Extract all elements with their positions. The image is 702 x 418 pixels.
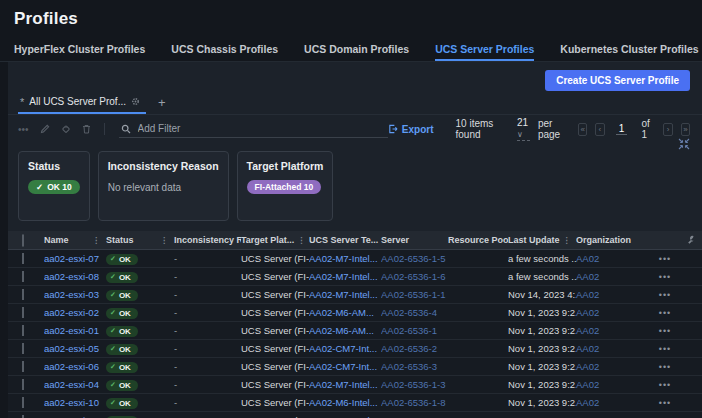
profile-name-link[interactable]: aa02-esxi-04 (44, 379, 99, 390)
row-checkbox[interactable] (22, 271, 24, 282)
profile-name-link[interactable]: aa02-esxi-05 (44, 343, 99, 354)
profile-name-link[interactable]: aa02-esxi-08 (44, 271, 99, 282)
profile-name-link[interactable]: aa02-esxi-02 (44, 307, 99, 318)
pagination-prev-button[interactable]: ‹ (595, 123, 604, 136)
organization-link[interactable]: AA02 (576, 343, 599, 354)
server-link[interactable]: AA02-6536-1-8 (381, 397, 445, 408)
pagination-current-page[interactable]: 1 (616, 123, 628, 135)
table-row: aa02-esxi-08 ✓OK - UCS Server (FI-... AA… (8, 268, 702, 286)
view-settings-gear-icon[interactable] (131, 97, 140, 106)
column-header[interactable]: Target Plat...⋮ (241, 235, 309, 245)
server-link[interactable]: AA02-6536-1 (381, 325, 437, 336)
column-header[interactable]: Inconsistency R... (174, 235, 241, 245)
tab-hyperflex-cluster-profiles[interactable]: HyperFlex Cluster Profiles (14, 43, 145, 61)
last-update-cell: a few seconds ... (508, 271, 576, 282)
row-actions-button[interactable]: ••• (650, 254, 680, 264)
add-filter-input[interactable] (138, 123, 386, 134)
organization-link[interactable]: AA02 (576, 253, 599, 264)
row-actions-button[interactable]: ••• (650, 272, 680, 282)
organization-link[interactable]: AA02 (576, 397, 599, 408)
server-link[interactable]: AA02-6536-1-5 (381, 253, 445, 264)
status-badge: ✓OK (106, 326, 138, 337)
organization-link[interactable]: AA02 (576, 271, 599, 282)
row-actions-button[interactable]: ••• (650, 380, 680, 390)
column-header[interactable]: Organization (576, 235, 650, 245)
tab-ucs-domain-profiles[interactable]: UCS Domain Profiles (304, 43, 409, 61)
tab-ucs-chassis-profiles[interactable]: UCS Chassis Profiles (171, 43, 278, 61)
row-actions-button[interactable]: ••• (650, 398, 680, 408)
ucs-server-template-link[interactable]: AA02-CM7-Int... (309, 361, 377, 372)
row-checkbox[interactable] (22, 397, 24, 408)
delete-icon[interactable] (82, 124, 91, 134)
column-menu-icon[interactable]: ⋮ (157, 236, 168, 245)
profile-name-link[interactable]: aa02-esxi-07 (44, 253, 99, 264)
organization-link[interactable]: AA02 (576, 307, 599, 318)
row-actions-button[interactable]: ••• (650, 308, 680, 318)
pagination-last-button[interactable]: » (681, 123, 690, 136)
export-button[interactable]: Export (388, 124, 434, 135)
ucs-server-template-link[interactable]: AA02-M7-Intel... (309, 379, 378, 390)
tab-kubernetes-cluster-profiles[interactable]: Kubernetes Cluster Profiles (560, 43, 698, 61)
row-checkbox[interactable] (22, 343, 24, 354)
row-checkbox[interactable] (22, 253, 24, 264)
organization-link[interactable]: AA02 (576, 289, 599, 300)
status-ok-pill[interactable]: ✓OK 10 (28, 180, 80, 194)
profile-name-link[interactable]: aa02-esxi-03 (44, 289, 99, 300)
saved-view-tabs: * All UCS Server Prof... + (8, 91, 702, 115)
server-link[interactable]: AA02-6536-2 (381, 343, 437, 354)
filter-bar[interactable] (119, 120, 388, 138)
row-actions-button[interactable]: ••• (650, 362, 680, 372)
tab-ucs-server-profiles[interactable]: UCS Server Profiles (435, 43, 534, 61)
select-all-checkbox[interactable] (22, 234, 24, 247)
tag-icon[interactable] (61, 124, 71, 134)
row-actions-button[interactable]: ••• (650, 326, 680, 336)
ucs-server-template-link[interactable]: AA02-M6-AM... (309, 307, 374, 318)
create-ucs-server-profile-button[interactable]: Create UCS Server Profile (545, 70, 690, 91)
pagination-next-button[interactable]: › (663, 123, 672, 136)
profile-name-link[interactable]: aa02-esxi-01 (44, 325, 99, 336)
server-link[interactable]: AA02-6536-1-3 (381, 379, 445, 390)
column-header[interactable]: Status⋮ (106, 235, 174, 245)
ucs-server-template-link[interactable]: AA02-M7-Intel... (309, 271, 378, 282)
ucs-server-template-link[interactable]: AA02-M7-Intel... (309, 289, 378, 300)
items-found-text: 10 items found (456, 118, 499, 140)
view-tab-all-ucs-server-profiles[interactable]: * All UCS Server Prof... (18, 96, 146, 114)
ucs-server-template-link[interactable]: AA02-M6-Intel... (309, 397, 378, 408)
column-header[interactable]: Resource Pool (448, 235, 508, 245)
row-checkbox[interactable] (22, 379, 24, 390)
table-row: aa02-esxi-09 ✓OK - UCS Server (FI-... AA… (8, 412, 702, 418)
column-header[interactable]: Name⋮ (44, 235, 106, 245)
edit-icon[interactable] (40, 124, 50, 134)
add-view-tab-button[interactable]: + (158, 95, 166, 110)
column-menu-icon[interactable]: ⋮ (89, 236, 100, 245)
row-actions-button[interactable]: ••• (650, 290, 680, 300)
ucs-server-template-link[interactable]: AA02-M6-AM... (309, 325, 374, 336)
profile-name-link[interactable]: aa02-esxi-06 (44, 361, 99, 372)
server-link[interactable]: AA02-6536-1-1 (381, 289, 445, 300)
column-header[interactable]: Last Update⋮ (508, 235, 576, 245)
page-size-select[interactable]: 21 ∨ (517, 117, 530, 141)
column-menu-icon[interactable]: ⋮ (560, 236, 571, 245)
collapse-widgets-icon[interactable] (678, 138, 690, 150)
server-link[interactable]: AA02-6536-1-6 (381, 271, 445, 282)
organization-link[interactable]: AA02 (576, 361, 599, 372)
row-checkbox[interactable] (22, 307, 24, 318)
fi-attached-pill[interactable]: FI-Attached 10 (247, 180, 322, 194)
organization-link[interactable]: AA02 (576, 325, 599, 336)
column-header[interactable]: Server (381, 235, 448, 245)
profile-name-link[interactable]: aa02-esxi-10 (44, 397, 99, 408)
ucs-server-template-link[interactable]: AA02-M7-Intel... (309, 253, 378, 264)
column-settings-wrench-icon[interactable] (680, 235, 702, 245)
row-actions-button[interactable]: ••• (650, 344, 680, 354)
pagination-first-button[interactable]: « (578, 123, 587, 136)
row-checkbox[interactable] (22, 289, 24, 300)
row-checkbox[interactable] (22, 361, 24, 372)
row-checkbox[interactable] (22, 325, 24, 336)
organization-link[interactable]: AA02 (576, 379, 599, 390)
more-actions-icon[interactable]: ••• (18, 124, 29, 135)
server-link[interactable]: AA02-6536-3 (381, 361, 437, 372)
column-header[interactable]: UCS Server Te... (309, 235, 381, 245)
server-link[interactable]: AA02-6536-4 (381, 307, 437, 318)
column-menu-icon[interactable]: ⋮ (294, 236, 305, 245)
ucs-server-template-link[interactable]: AA02-CM7-Int... (309, 343, 377, 354)
